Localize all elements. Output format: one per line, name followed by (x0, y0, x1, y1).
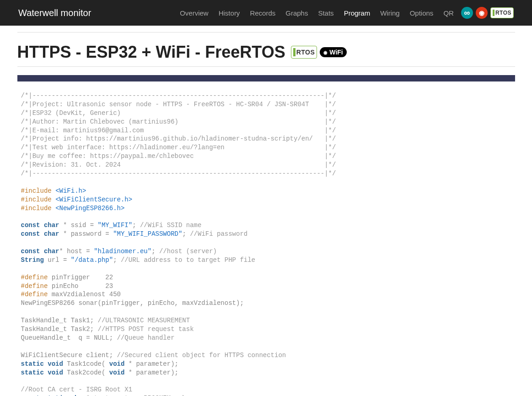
title-divider (17, 66, 515, 67)
nav-options[interactable]: Options (410, 9, 434, 17)
nav-program[interactable]: Program (344, 9, 371, 17)
nav-icons: RTOS (461, 7, 514, 19)
page-title: HTTPS - ESP32 + WiFi - FreeRTOS RTOS WiF… (17, 43, 515, 62)
wifi-badge: WiFi (320, 47, 346, 57)
top-navbar: Waterwell monitor OverviewHistoryRecords… (0, 0, 532, 26)
brand-title[interactable]: Waterwell monitor (18, 8, 91, 18)
freertos-badge: RTOS (291, 46, 317, 59)
nav-graphs[interactable]: Graphs (285, 9, 308, 17)
freertos-badge-text: RTOS (296, 49, 315, 56)
dark-separator-bar (17, 75, 515, 81)
nav-items: OverviewHistoryRecordsGraphsStatsProgram… (180, 9, 454, 17)
wifi-badge-text: WiFi (329, 49, 343, 56)
nav-stats[interactable]: Stats (318, 9, 333, 17)
freertos-badge-nav[interactable]: RTOS (490, 7, 514, 18)
source-code-block: /*|-------------------------------------… (17, 92, 515, 396)
nav-records[interactable]: Records (250, 9, 275, 17)
nav-qr[interactable]: QR (443, 9, 454, 17)
freertos-badge-nav-text: RTOS (495, 10, 511, 16)
espressif-icon[interactable] (476, 7, 488, 19)
page-title-text: HTTPS - ESP32 + WiFi - FreeRTOS (17, 43, 285, 62)
top-divider (17, 32, 515, 33)
nav-history[interactable]: History (219, 9, 240, 17)
nav-wiring[interactable]: Wiring (380, 9, 400, 17)
arduino-icon[interactable] (461, 7, 473, 19)
title-badges: RTOS WiFi (291, 46, 347, 59)
nav-overview[interactable]: Overview (180, 9, 209, 17)
